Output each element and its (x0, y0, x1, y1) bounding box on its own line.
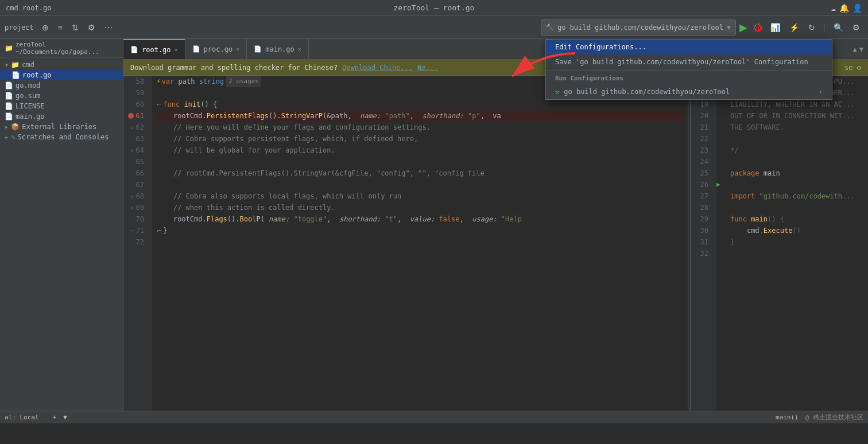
right-code-29: func main() { (730, 213, 865, 225)
dropdown-run-item[interactable]: ⚒ go build github.com/codewithyou/zeroTo… (546, 84, 832, 99)
right-linenum-21: 21 (691, 122, 712, 133)
sidebar-item-external-libraries[interactable]: ▸ 📦 External Libraries (0, 122, 123, 132)
notification-close[interactable]: se ⚙ (844, 64, 861, 72)
coverage-button[interactable]: 📊 (767, 21, 784, 34)
fold-icon-68: ◇ (130, 190, 133, 202)
main-editor[interactable]: 58 59 60 61 ◇62 63 ◇64 65 66 (123, 76, 688, 411)
run-config-menu: Edit Configurations... Save 'go build gi… (545, 39, 832, 100)
run-main-icon[interactable]: ▶ (716, 179, 720, 190)
notification-download-link[interactable]: Download Chine... (342, 64, 413, 72)
code-line-69: // when this action is called directly. (157, 202, 683, 213)
gutter-29 (716, 213, 727, 225)
space-61c (464, 110, 468, 122)
gutter-26-run[interactable]: ▶ (716, 179, 727, 190)
boolp-70: (). (227, 213, 240, 225)
tab-rootgo[interactable]: 📄 root.go ✕ (123, 39, 185, 59)
sidebar: 📁 zeroTool ~/Documents/go/gopa... ▾ 📁 cm… (0, 39, 123, 411)
linenum-60: 60 (123, 99, 148, 110)
right-linenum-26: 26 (691, 179, 712, 190)
run-config-item-icon: ⚒ (555, 88, 559, 96)
args-70-open: ( (261, 213, 269, 225)
param-val-t: "t" (385, 213, 397, 225)
tab-maingo[interactable]: 📄 main.go ✕ (247, 39, 309, 59)
sort-button[interactable]: ⇅ (68, 21, 82, 34)
code-path: path (174, 76, 199, 87)
scroll-up-icon[interactable]: ▲ (853, 45, 857, 53)
param-shorthand-70: shorthand: (339, 213, 381, 225)
user-icon[interactable]: 👤 (852, 3, 862, 13)
fn-StringVarP: StringVarP (281, 110, 323, 122)
right-code-31: } (730, 236, 865, 248)
fn-BoolP: BoolP (240, 213, 261, 225)
linenum-61: 61 (123, 110, 148, 122)
settings-sidebar-button[interactable]: ⚙ (84, 21, 99, 34)
code-content[interactable]: ⚡ var path string 2 usages ⌐ func init (… (152, 76, 688, 411)
speaker-icon[interactable]: 🔔 (839, 3, 849, 13)
settings-button[interactable]: ⚙ (849, 21, 863, 34)
status-add-btn[interactable]: + (53, 414, 57, 421)
sidebar-item-maingo[interactable]: 📄 main.go (0, 111, 123, 122)
indent-70 (157, 213, 173, 225)
debug-button[interactable]: 🐞 (751, 22, 765, 33)
linenum-65: 65 (123, 156, 148, 168)
code-line-68: // Cobra also supports local flags, whic… (157, 190, 683, 202)
sidebar-item-scratches[interactable]: ▸ ✎ Scratches and Consoles (0, 132, 123, 142)
sidebar-label-gomod: go.mod (16, 81, 40, 89)
indent-68 (157, 190, 173, 202)
linenum-70: 70 (123, 213, 148, 225)
sidebar-item-cmd[interactable]: ▾ 📁 cmd (0, 60, 123, 70)
linenum-64: ◇64 (123, 145, 148, 156)
add-module-button[interactable]: ⊕ (38, 21, 52, 34)
right-code-30: cmd.Execute() (730, 225, 865, 236)
project-icon: 📁 (5, 44, 13, 52)
search-button[interactable]: 🔍 (830, 21, 847, 34)
notification-next-link[interactable]: Ne... (417, 64, 438, 72)
status-git-label: al: Local (5, 414, 39, 421)
call-61: (). (269, 110, 281, 122)
right-linenum-28: 28 (691, 202, 712, 213)
file-gomod-icon: 📄 (5, 81, 13, 89)
sidebar-item-rootgo[interactable]: 📄 root.go (0, 70, 123, 80)
sidebar-item-gomod[interactable]: 📄 go.mod (0, 80, 123, 91)
status-branch-btn[interactable]: ▼ (63, 414, 67, 421)
dropdown-edit-config[interactable]: Edit Configurations... (546, 40, 832, 54)
line-numbers: 58 59 60 61 ◇62 63 ◇64 65 66 (123, 76, 152, 411)
profile-button[interactable]: ⚡ (786, 21, 803, 34)
gutter-19 (716, 99, 727, 110)
param-name-61: name: (360, 110, 381, 122)
right-code-26 (730, 179, 865, 190)
scroll-down-icon[interactable]: ▼ (859, 45, 863, 53)
title-bar: cmd root.go zeroTool – root.go ☁ 🔔 👤 (0, 0, 868, 16)
tab-maingo-close[interactable]: ✕ (298, 46, 301, 52)
rootcmd-61: rootCmd. (173, 110, 207, 122)
indent-64 (157, 145, 173, 156)
space-70b (381, 213, 385, 225)
sidebar-label-cmd: cmd (22, 61, 34, 69)
fn-PersistentFlags: PersistentFlags (207, 110, 269, 122)
run-button[interactable]: ▶ (738, 21, 749, 34)
indent-69 (157, 202, 173, 213)
project-label: project (5, 24, 34, 32)
right-panel-code[interactable]: 17 18 19 20 21 22 23 24 25 26 27 28 (691, 76, 868, 411)
code-line-66: // rootCmd.PersistentFlags().StringVar(&… (157, 168, 683, 179)
right-code-19: LIABILITY, WHETHER IN AN AC... (730, 99, 865, 110)
kw-var: var (162, 76, 175, 87)
collapse-button[interactable]: ≡ (55, 21, 66, 34)
run-config-dropdown[interactable]: 🔨 go build github.com/codewithyou/zeroTo… (541, 20, 736, 36)
more-button[interactable]: ⋯ (101, 21, 116, 34)
code-line-71: ⌐ } (157, 225, 683, 236)
tab-procgo[interactable]: 📄 proc.go ✕ (185, 39, 247, 59)
run-arrow-button[interactable]: ↻ (805, 21, 819, 34)
tab-rootgo-close[interactable]: ✕ (175, 46, 178, 53)
dropdown-arrow-icon: ▼ (727, 24, 731, 32)
fold-bracket-60: ⌐ (157, 99, 161, 110)
tab-procgo-close[interactable]: ✕ (236, 46, 239, 52)
indent-62 (157, 122, 173, 133)
code-line-63: // Cobra supports persistent flags, whic… (157, 133, 683, 145)
sidebar-item-gosum[interactable]: 📄 go.sum (0, 91, 123, 101)
cloud-icon[interactable]: ☁ (831, 3, 836, 13)
dropdown-save-config[interactable]: Save 'go build github.com/codewithyou/ze… (546, 54, 832, 69)
sidebar-label-rootgo: root.go (22, 71, 52, 79)
sidebar-item-license[interactable]: 📄 LICENSE (0, 101, 123, 111)
linenum-63: 63 (123, 133, 148, 145)
